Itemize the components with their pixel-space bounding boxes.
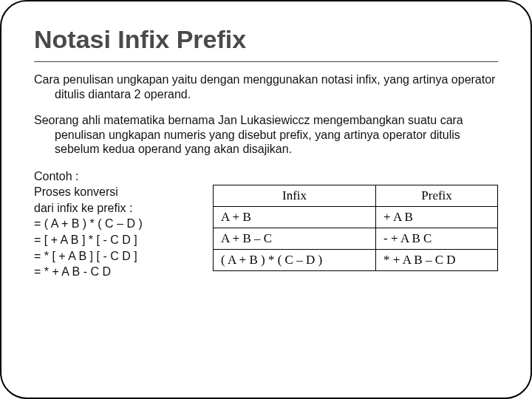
example-block: Contoh : Proses konversi dari infix ke p… [34, 168, 204, 280]
table-header-row: Infix Prefix [214, 185, 498, 206]
cell-infix: A + B – C [214, 228, 376, 249]
slide-frame: Notasi Infix Prefix Cara penulisan ungka… [0, 0, 532, 399]
cell-infix: A + B [214, 206, 376, 228]
paragraph-prefix: Seorang ahli matematika bernama Jan Luka… [34, 113, 498, 157]
lower-row: Contoh : Proses konversi dari infix ke p… [34, 168, 498, 280]
example-line: = [ + A B ] * [ - C D ] [34, 232, 204, 248]
title-underline [34, 61, 498, 62]
example-line: Contoh : [34, 168, 204, 185]
example-line: dari infix ke prefix : [34, 200, 204, 216]
cell-infix: ( A + B ) * ( C – D ) [214, 249, 376, 270]
example-line: = * + A B - C D [34, 264, 204, 280]
paragraph-infix-text: Cara penulisan ungkapan yaitu dengan men… [34, 72, 498, 101]
header-infix: Infix [214, 185, 376, 206]
paragraph-infix: Cara penulisan ungkapan yaitu dengan men… [34, 72, 498, 101]
paragraph-prefix-text: Seorang ahli matematika bernama Jan Luka… [34, 113, 498, 157]
slide-title: Notasi Infix Prefix [34, 25, 498, 54]
header-prefix: Prefix [376, 185, 498, 206]
conversion-table: Infix Prefix A + B + A B A + B – C - + A… [213, 185, 498, 271]
example-line: = * [ + A B ] [ - C D ] [34, 248, 204, 265]
cell-prefix: + A B [376, 206, 498, 228]
cell-prefix: - + A B C [376, 228, 498, 249]
conversion-table-wrap: Infix Prefix A + B + A B A + B – C - + A… [213, 168, 498, 271]
cell-prefix: * + A B – C D [376, 249, 498, 270]
table-row: A + B – C - + A B C [214, 228, 498, 249]
example-line: Proses konversi [34, 184, 204, 200]
table-row: A + B + A B [214, 206, 498, 228]
example-line: = ( A + B ) * ( C – D ) [34, 216, 204, 232]
table-row: ( A + B ) * ( C – D ) * + A B – C D [214, 249, 498, 270]
